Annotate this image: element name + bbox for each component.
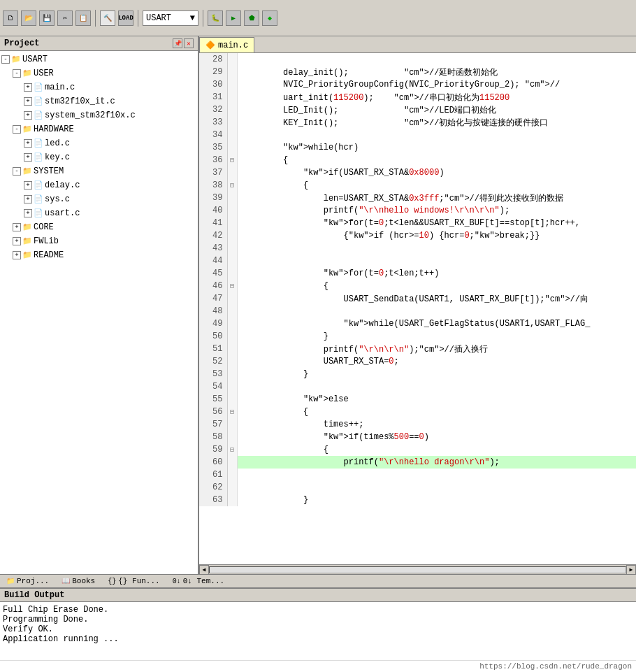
scroll-right[interactable]: ▶ (626, 565, 636, 575)
tree-item-usart-c[interactable]: + 📄 usart.c (1, 206, 196, 220)
code-line[interactable]: "kw">if(USART_RX_STA&0x8000) (237, 166, 636, 179)
code-line[interactable] (237, 242, 636, 255)
code-scrollbar[interactable]: ◀ ▶ (199, 564, 636, 574)
toggle-system[interactable]: + (24, 111, 32, 120)
toolbar-btn-load[interactable]: LOAD (118, 10, 133, 26)
tree-item-main-c[interactable]: + 📄 main.c (1, 80, 196, 94)
code-line[interactable]: printf("\r\n\r\n");"cm">//插入换行 (237, 343, 636, 355)
toggle-main-c[interactable]: + (24, 83, 32, 92)
code-line[interactable]: KEY_Init(); "cm">//初始化与按键连接的硬件接口 (237, 116, 636, 129)
tree-item-sys-c[interactable]: + 📄 sys.c (1, 192, 196, 206)
code-line[interactable] (237, 255, 636, 267)
code-line[interactable]: LED_Init(); "cm">//LED端口初始化 (237, 103, 636, 116)
toolbar-btn-debug[interactable]: 🐛 (208, 10, 223, 26)
bottom-tab-books[interactable]: 📖 Books (55, 575, 101, 587)
scroll-left[interactable]: ◀ (199, 565, 209, 575)
tree-item-system-folder[interactable]: - 📁 SYSTEM (1, 164, 196, 178)
toggle-delay-c[interactable]: + (24, 181, 32, 190)
code-line[interactable]: delay_init(); "cm">//延时函数初始化 (237, 66, 636, 78)
toggle-readme[interactable]: + (13, 251, 21, 259)
tree-item-user[interactable]: - 📁 USER (1, 66, 196, 80)
code-line[interactable]: printf("\r\nhello windows!\r\n\r\n"); (237, 204, 636, 217)
tree-item-hardware[interactable]: - 📁 HARDWARE (1, 122, 196, 136)
bottom-tab-tem[interactable]: 0↓ 0↓ Tem... (166, 575, 231, 587)
code-row: 45 "kw">for(t=0;t<len;t++) (199, 267, 636, 280)
toolbar-btn-run[interactable]: ▶ (226, 10, 241, 26)
toggle-usart[interactable]: - (1, 55, 10, 64)
code-line[interactable]: "kw">if(times%500==0) (237, 431, 636, 443)
toolbar-btn-3[interactable]: 💾 (39, 10, 55, 26)
code-line[interactable] (237, 469, 636, 481)
code-line[interactable]: USART_RX_STA=0; (237, 355, 636, 368)
code-line[interactable]: printf("\r\nhello dragon\r\n"); (237, 456, 636, 469)
toggle-key-c[interactable]: + (24, 153, 32, 162)
target-dropdown[interactable]: USART ▼ (143, 10, 198, 26)
code-line[interactable]: {"kw">if (hcr>=10) {hcr=0;"kw">break;}} (237, 229, 636, 242)
tree-item-usart[interactable]: - 📁 USART (1, 52, 196, 66)
code-line[interactable]: "kw">while(hcr) (237, 141, 636, 154)
toggle-fwlib[interactable]: + (13, 237, 21, 245)
code-editor[interactable]: 2829 delay_init(); "cm">//延时函数初始化30 NVIC… (199, 53, 636, 564)
scroll-track[interactable] (209, 566, 626, 573)
toolbar-btn-2[interactable]: 📂 (21, 10, 36, 26)
toggle-led-c[interactable]: + (24, 139, 32, 148)
code-line[interactable]: "kw">while(USART_GetFlagStatus(USART1,US… (237, 317, 636, 330)
tree-item-readme[interactable]: + 📁 README (1, 248, 196, 262)
tree-item-system[interactable]: + 📄 system_stm32f10x.c (1, 108, 196, 122)
tree-item-delay-c[interactable]: + 📄 delay.c (1, 178, 196, 192)
panel-pin-btn[interactable]: 📌 (173, 38, 182, 48)
code-line[interactable] (237, 481, 636, 494)
code-line[interactable] (237, 129, 636, 141)
code-line[interactable] (237, 305, 636, 317)
code-panel: 🔶 main.c 2829 delay_init(); "cm">//延时函数初… (199, 36, 636, 574)
fold-indicator[interactable]: ⊟ (227, 406, 237, 418)
folder-icon-core: 📁 (22, 221, 32, 234)
toggle-core[interactable]: + (13, 223, 21, 231)
code-line[interactable]: } (237, 494, 636, 506)
fold-indicator[interactable]: ⊟ (227, 443, 237, 456)
bottom-tab-proj[interactable]: 📁 Proj... (0, 575, 55, 587)
code-line[interactable]: USART_SendData(USART1, USART_RX_BUF[t]);… (237, 292, 636, 305)
tree-label-hardware: HARDWARE (34, 123, 74, 136)
toggle-stm32-it[interactable]: + (24, 97, 32, 106)
toolbar-btn-green2[interactable]: ◆ (262, 10, 277, 26)
code-line[interactable]: NVIC_PriorityGroupConfig(NVIC_PriorityGr… (237, 78, 636, 91)
toolbar-btn-1[interactable]: 🗋 (3, 10, 18, 26)
tree-item-core[interactable]: + 📁 CORE (1, 220, 196, 234)
toolbar-btn-build[interactable]: 🔨 (100, 10, 115, 26)
tree-item-stm32-it[interactable]: + 📄 stm32f10x_it.c (1, 94, 196, 108)
tree-item-fwlib[interactable]: + 📁 FWLib (1, 234, 196, 248)
panel-close-btn[interactable]: ✕ (184, 38, 194, 48)
code-line[interactable]: } (237, 330, 636, 343)
fold-indicator[interactable]: ⊟ (227, 154, 237, 166)
code-line[interactable]: "kw">else (237, 393, 636, 406)
code-line[interactable]: { (237, 280, 636, 292)
toolbar-btn-5[interactable]: 📋 (75, 10, 91, 26)
toggle-user[interactable]: - (13, 69, 21, 78)
bottom-tab-fun[interactable]: {} {} Fun... (101, 575, 166, 587)
tree-item-key-c[interactable]: + 📄 key.c (1, 150, 196, 164)
code-line[interactable] (237, 53, 636, 66)
tree-item-led-c[interactable]: + 📄 led.c (1, 136, 196, 150)
toggle-usart-c[interactable]: + (24, 209, 32, 217)
tab-main-c[interactable]: 🔶 main.c (199, 37, 254, 52)
toggle-sys-c[interactable]: + (24, 195, 32, 203)
fold-indicator[interactable]: ⊟ (227, 280, 237, 292)
code-line[interactable]: { (237, 154, 636, 166)
main-content: Project 📌 ✕ - 📁 USART - 📁 USER + 📄 (0, 36, 636, 574)
toolbar-btn-4[interactable]: ✂ (57, 10, 73, 26)
code-line[interactable]: "kw">for(t=0;t<len&&USART_RX_BUF[t]==sto… (237, 217, 636, 229)
toggle-system-folder[interactable]: - (13, 167, 21, 176)
code-line[interactable]: "kw">for(t=0;t<len;t++) (237, 267, 636, 280)
code-line[interactable]: times++; (237, 418, 636, 431)
code-line[interactable]: uart_init(115200); "cm">//串口初始化为115200 (237, 91, 636, 103)
code-line[interactable]: { (237, 179, 636, 192)
code-line[interactable]: { (237, 406, 636, 418)
code-line[interactable] (237, 380, 636, 393)
toggle-hardware[interactable]: - (13, 125, 21, 134)
code-line[interactable]: } (237, 368, 636, 380)
code-line[interactable]: len=USART_RX_STA&0x3fff;"cm">//得到此次接收到的数… (237, 192, 636, 204)
toolbar-btn-green1[interactable]: ⬟ (244, 10, 259, 26)
code-line[interactable]: { (237, 443, 636, 456)
fold-indicator[interactable]: ⊟ (227, 179, 237, 192)
